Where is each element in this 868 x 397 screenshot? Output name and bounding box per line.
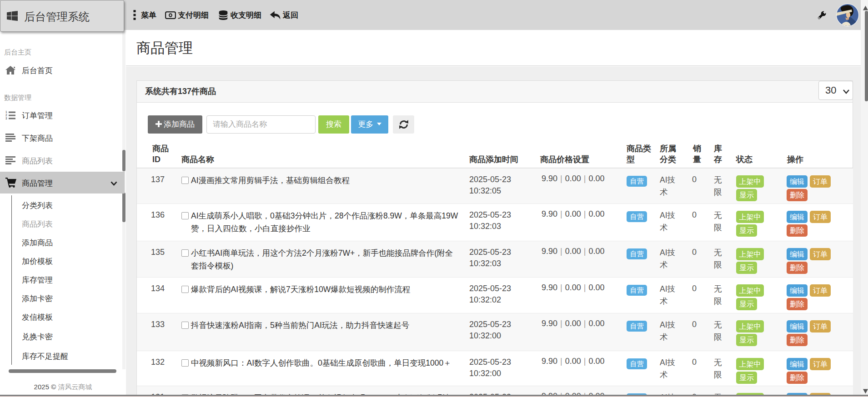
svg-text:3: 3 — [5, 117, 7, 120]
